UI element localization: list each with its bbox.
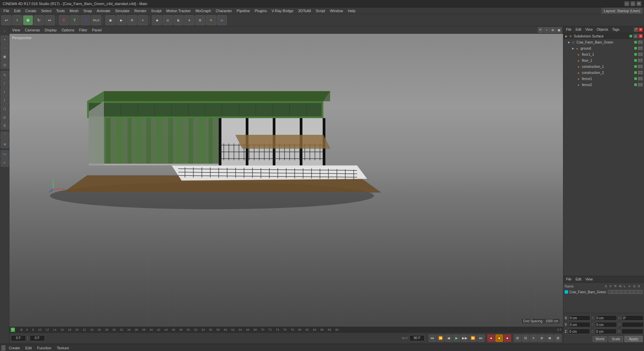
menu-sculpt[interactable]: Sculpt bbox=[149, 8, 164, 14]
tl-prev-frame[interactable]: ◀ bbox=[445, 334, 452, 342]
obj-item-construction-2[interactable]: ▲ construction_2 bbox=[563, 70, 644, 76]
render-region-button[interactable]: ▣ bbox=[105, 15, 115, 25]
obj-menu-tags[interactable]: Tags bbox=[611, 27, 621, 32]
menu-3dtoall[interactable]: 3DToAll bbox=[296, 8, 313, 14]
menu-file[interactable]: File bbox=[1, 8, 11, 14]
maximize-button[interactable]: □ bbox=[630, 1, 635, 6]
menu-character[interactable]: Character bbox=[214, 8, 234, 14]
floor-1-tags[interactable] bbox=[638, 59, 643, 62]
menu-pipeline[interactable]: Pipeline bbox=[235, 8, 252, 14]
sidebar-coffee[interactable]: C bbox=[1, 159, 9, 167]
obj-mgr-pin[interactable]: 📌 bbox=[634, 28, 638, 32]
menu-window[interactable]: Window bbox=[328, 8, 345, 14]
sidebar-soft-sel[interactable]: ≋ bbox=[1, 140, 9, 148]
menu-plugins[interactable]: Plugins bbox=[252, 8, 269, 14]
bottom-obj-cow-farm[interactable]: Cow_Farm_Barn_Green bbox=[564, 289, 643, 295]
viewport-ctrl-3[interactable]: ⊞ bbox=[550, 27, 556, 33]
sidebar-draw-tool[interactable]: ✎ bbox=[1, 71, 9, 79]
fence2-tags[interactable] bbox=[638, 83, 643, 86]
polygon-button[interactable]: ◆ bbox=[152, 15, 162, 25]
menu-simulate[interactable]: Simulate bbox=[113, 8, 132, 14]
scale-button[interactable]: ⇔ bbox=[45, 15, 55, 25]
menu-snap[interactable]: Snap bbox=[81, 8, 94, 14]
coord-z-pos-input[interactable]: 0 cm bbox=[568, 329, 590, 334]
coord-world-button[interactable]: World bbox=[593, 336, 608, 342]
menu-tools[interactable]: Tools bbox=[54, 8, 67, 14]
ground-dots[interactable] bbox=[634, 47, 637, 50]
menu-edit[interactable]: Edit bbox=[12, 8, 23, 14]
coord-p-input[interactable] bbox=[622, 322, 644, 327]
dot-1[interactable] bbox=[629, 34, 633, 38]
frame-display[interactable] bbox=[30, 335, 45, 341]
apply-button[interactable]: Apply bbox=[624, 336, 643, 342]
menu-help[interactable]: Help bbox=[346, 8, 358, 14]
viewport-ctrl-1[interactable]: ⇱ bbox=[538, 27, 543, 33]
construction-2-tags[interactable] bbox=[638, 71, 643, 74]
sidebar-edge-mode[interactable]: ⋯ bbox=[1, 44, 9, 52]
z-axis-button[interactable]: Z bbox=[80, 15, 90, 25]
dot-6[interactable] bbox=[634, 65, 637, 68]
coord-b-input[interactable] bbox=[621, 329, 643, 334]
bottom-toggle-r[interactable] bbox=[617, 290, 621, 294]
tl-auto-key[interactable]: ● bbox=[495, 334, 503, 342]
tl-go-start[interactable]: ⏮ bbox=[429, 334, 436, 342]
menu-render[interactable]: Render bbox=[132, 8, 149, 14]
floor1-1-tags[interactable] bbox=[638, 53, 643, 56]
menu-vray[interactable]: V-Ray Bridge bbox=[270, 8, 296, 14]
deformer-button[interactable]: ★ bbox=[184, 15, 194, 25]
sidebar-bevel-tool[interactable]: ⬡ bbox=[1, 105, 9, 113]
tl-play[interactable]: ▶ bbox=[453, 334, 460, 342]
spline-button[interactable]: ◎ bbox=[163, 15, 173, 25]
sidebar-point-mode[interactable]: • bbox=[1, 35, 9, 44]
y-axis-button[interactable]: Y bbox=[70, 15, 80, 25]
obj-menu-edit[interactable]: Edit bbox=[574, 27, 583, 32]
window-controls[interactable]: ─ □ ✕ bbox=[624, 1, 641, 6]
close-button[interactable]: ✕ bbox=[637, 1, 641, 6]
viewport-ctrl-2[interactable]: + bbox=[544, 27, 549, 33]
coord-y-size-input[interactable]: 0 cm bbox=[595, 322, 617, 327]
sidebar-select-all[interactable]: ⊡ bbox=[1, 61, 9, 69]
obj-bottom-menu-file[interactable]: File bbox=[565, 277, 573, 281]
menu-script[interactable]: Script bbox=[314, 8, 327, 14]
menu-mograph[interactable]: MoGraph bbox=[193, 8, 213, 14]
obj-menu-objects[interactable]: Objects bbox=[595, 27, 610, 32]
tl-stop-record[interactable]: ● bbox=[504, 334, 511, 342]
obj-bottom-menu-edit[interactable]: Edit bbox=[574, 277, 583, 281]
coord-z-size-input[interactable]: 0 cm bbox=[595, 329, 617, 334]
obj-item-floor-1[interactable]: ▲ floor_1 bbox=[563, 57, 644, 63]
bottom-toggle-d[interactable] bbox=[639, 290, 643, 294]
ground-tags[interactable] bbox=[638, 47, 643, 50]
cow-farm-tags[interactable] bbox=[638, 40, 643, 44]
obj-item-subdivision-surface[interactable]: ▶ ⊞ Subdivision Surface ▦ ✕ bbox=[563, 33, 644, 39]
x-axis-button[interactable]: X bbox=[59, 15, 69, 25]
obj-item-fence1[interactable]: ▲ fence1 bbox=[563, 76, 644, 82]
bottom-toggle-s[interactable] bbox=[608, 290, 612, 294]
obj-menu-view[interactable]: View bbox=[584, 27, 594, 32]
nurbs-button[interactable]: ◐ bbox=[173, 15, 184, 25]
tl-more[interactable]: ⊞ bbox=[554, 334, 562, 342]
obj-item-ground[interactable]: ▶ ▲ ground bbox=[563, 45, 644, 51]
subdivision-surface-dots[interactable] bbox=[629, 34, 633, 38]
mat-menu-function[interactable]: Function bbox=[35, 345, 53, 351]
cow-farm-dots[interactable] bbox=[634, 40, 637, 44]
coord-scale-button[interactable]: Scale bbox=[609, 336, 623, 342]
render-queue-button[interactable]: ≡ bbox=[138, 15, 148, 25]
coord-x-pos-input[interactable]: 0 cm bbox=[568, 315, 590, 321]
subdivision-surface-close[interactable]: ✕ bbox=[639, 34, 643, 38]
max-frame-input[interactable] bbox=[409, 335, 425, 341]
bottom-toggle-a[interactable] bbox=[630, 290, 634, 294]
obj-bottom-menu-view[interactable]: View bbox=[584, 277, 594, 281]
obj-item-fence2[interactable]: ▲ fence2 bbox=[563, 82, 644, 88]
rotate-button[interactable]: ↻ bbox=[34, 15, 44, 25]
fence1-tags[interactable] bbox=[638, 77, 643, 80]
dot-5[interactable] bbox=[634, 59, 637, 62]
new-object-button[interactable]: + bbox=[12, 15, 22, 25]
fence2-dots[interactable] bbox=[634, 83, 637, 86]
dot-9[interactable] bbox=[634, 83, 637, 86]
obj-item-cow-farm[interactable]: ▶ ◎ Cow_Farm_Barn_Green bbox=[563, 39, 644, 45]
menu-select[interactable]: Select bbox=[39, 8, 54, 14]
tl-record[interactable]: ● bbox=[487, 334, 495, 342]
timeline-ruler[interactable]: 0 2 4 6 8 10 12 14 16 18 bbox=[9, 327, 563, 332]
minimize-button[interactable]: ─ bbox=[624, 1, 629, 6]
sidebar-loop-tool[interactable]: ◎ bbox=[1, 113, 9, 121]
